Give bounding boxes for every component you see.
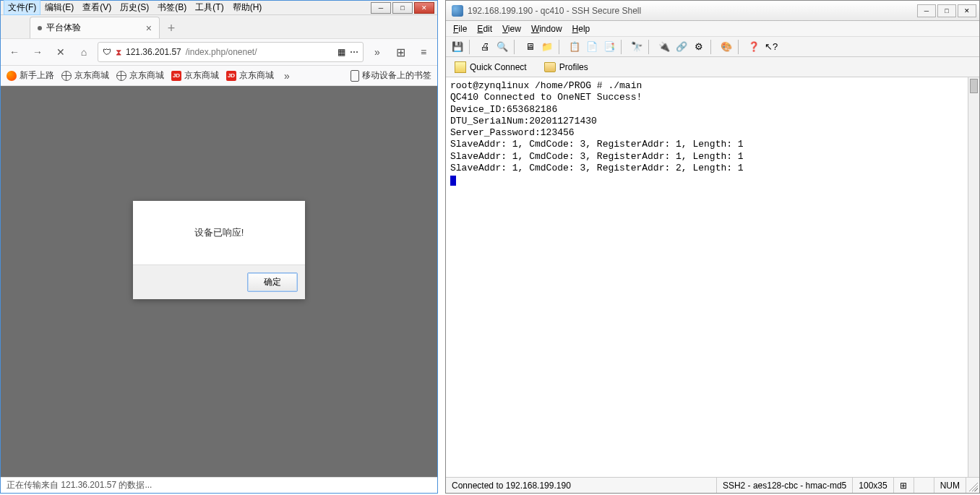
close-button[interactable]: ✕ [958, 4, 976, 17]
menu-file[interactable]: 文件(F) [4, 0, 40, 15]
menu-view[interactable]: View [502, 24, 521, 34]
scrollbar-thumb[interactable] [970, 79, 978, 93]
url-host: 121.36.201.57 [126, 47, 181, 57]
new-terminal-icon[interactable]: 🖥 [523, 40, 537, 54]
ssh-window: 192.168.199.190 - qc410 - SSH Secure She… [445, 0, 980, 494]
minimize-button[interactable]: ─ [371, 2, 391, 14]
maximize-button[interactable]: □ [937, 4, 956, 17]
terminal-cursor [450, 176, 456, 186]
quick-connect-icon [455, 61, 466, 73]
browser-tab[interactable]: 平台体验 × [30, 17, 160, 38]
back-button[interactable]: ← [5, 43, 24, 61]
quick-connect-button[interactable]: Quick Connect [450, 60, 531, 74]
mobile-icon [351, 70, 359, 82]
ssh-status-bar: Connected to 192.168.199.190 SSH2 - aes1… [446, 477, 979, 493]
tab-title: 平台体验 [46, 22, 81, 34]
bookmarks-bar: 新手上路 京东商城 京东商城 JD京东商城 JD京东商城 » 移动设备上的书签 [1, 66, 437, 86]
jd-icon: JD [171, 71, 181, 81]
tab-close-icon[interactable]: × [146, 22, 152, 34]
bookmark-getting-started[interactable]: 新手上路 [7, 69, 54, 82]
menu-view[interactable]: 查看(V) [78, 0, 116, 15]
status-indicator-1: ⊞ [894, 478, 914, 493]
terminal-scrollbar[interactable] [968, 77, 979, 477]
ssh-toolbar: 💾 🖨 🔍 🖥 📁 📋 📄 📑 🔭 🔌 🔗 ⚙ 🎨 ❓ ↖? [446, 37, 979, 57]
help-icon[interactable]: ❓ [747, 40, 761, 54]
ssh-connect-bar: Quick Connect Profiles [446, 57, 979, 77]
menu-edit[interactable]: Edit [477, 24, 492, 34]
window-controls: ─ □ ✕ [371, 2, 434, 14]
paste-icon[interactable]: 📄 [585, 40, 599, 54]
menu-help[interactable]: Help [572, 24, 590, 34]
stop-button[interactable]: ✕ [51, 43, 70, 61]
globe-icon [116, 71, 126, 81]
bookmark-jd-2[interactable]: 京东商城 [116, 69, 164, 82]
whatsthis-icon[interactable]: ↖? [764, 40, 778, 54]
menu-window[interactable]: Window [531, 24, 562, 34]
mobile-bookmarks[interactable]: 移动设备上的书签 [351, 69, 431, 82]
preview-icon[interactable]: 🔍 [495, 40, 510, 54]
bookmark-label: 京东商城 [239, 69, 274, 82]
bookmark-label: 新手上路 [20, 69, 54, 82]
menu-history[interactable]: 历史(S) [116, 0, 153, 15]
ssh-window-controls: ─ □ ✕ [917, 4, 976, 17]
globe-icon [61, 71, 72, 81]
firefox-icon [7, 71, 17, 81]
forward-button[interactable]: → [28, 43, 47, 61]
maximize-button[interactable]: □ [392, 2, 413, 14]
close-button[interactable]: ✕ [414, 2, 434, 14]
tab-strip: 平台体验 × + [1, 15, 437, 38]
new-file-transfer-icon[interactable]: 📁 [540, 40, 554, 54]
bookmark-label: 京东商城 [129, 69, 164, 82]
library-icon[interactable]: ⊞ [391, 43, 410, 61]
terminal[interactable]: root@zynqlinux /home/PROG # ./main QC410… [446, 77, 979, 477]
menu-bookmarks[interactable]: 书签(B) [153, 0, 191, 15]
status-indicator-2 [914, 478, 934, 493]
jd-icon: JD [226, 71, 236, 81]
app-menu-button[interactable]: ≡ [414, 43, 433, 61]
ssh-menubar: File Edit View Window Help [446, 21, 979, 37]
bookmark-jd-3[interactable]: JD京东商城 [171, 69, 219, 82]
minimize-button[interactable]: ─ [917, 4, 936, 17]
print-icon[interactable]: 🖨 [478, 40, 492, 54]
settings-icon[interactable]: ⚙ [692, 40, 706, 54]
alert-dialog: 设备已响应! 确定 [133, 201, 305, 299]
disconnect-icon[interactable]: 🔌 [657, 40, 671, 54]
menu-file[interactable]: File [453, 24, 467, 34]
profiles-label: Profiles [559, 62, 588, 72]
bookmark-jd-1[interactable]: 京东商城 [61, 69, 109, 82]
ssh-title-text: 192.168.199.190 - qc410 - SSH Secure She… [468, 6, 641, 16]
find-icon[interactable]: 🔭 [629, 40, 644, 54]
profiles-button[interactable]: Profiles [540, 61, 593, 74]
more-icon[interactable]: ⋯ [350, 47, 358, 57]
url-toolbar: ← → ✕ ⌂ 🛡 ⧗ 121.36.201.57/index.php/onen… [1, 38, 437, 66]
tab-loading-icon [38, 26, 42, 30]
shield-icon: 🛡 [103, 47, 111, 57]
bookmark-label: 移动设备上的书签 [362, 69, 431, 82]
menu-edit[interactable]: 编辑(E) [40, 0, 78, 15]
colors-icon[interactable]: 🎨 [719, 40, 734, 54]
overflow-chevron-icon[interactable]: » [368, 43, 387, 61]
reader-icon[interactable]: ▦ [338, 47, 345, 57]
firefox-menubar: 文件(F) 编辑(E) 查看(V) 历史(S) 书签(B) 工具(T) 帮助(H… [1, 1, 437, 15]
copy-icon[interactable]: 📋 [567, 40, 582, 54]
ssh-app-icon [452, 5, 463, 17]
menu-help[interactable]: 帮助(H) [228, 0, 267, 15]
menu-tools[interactable]: 工具(T) [191, 0, 228, 15]
status-connection: Connected to 192.168.199.190 [446, 478, 717, 493]
resize-grip[interactable] [966, 480, 978, 491]
connect-icon[interactable]: 🔗 [674, 40, 689, 54]
status-size: 100x35 [853, 478, 893, 493]
dialog-ok-button[interactable]: 确定 [247, 272, 298, 292]
insecure-icon: ⧗ [116, 47, 121, 57]
clipboard-icon[interactable]: 📑 [602, 40, 616, 54]
bookmark-jd-4[interactable]: JD京东商城 [226, 69, 274, 82]
status-protocol: SSH2 - aes128-cbc - hmac-md5 [717, 478, 853, 493]
save-icon[interactable]: 💾 [450, 40, 465, 54]
firefox-window: 文件(F) 编辑(E) 查看(V) 历史(S) 书签(B) 工具(T) 帮助(H… [0, 0, 438, 494]
dialog-message: 设备已响应! [133, 201, 305, 264]
home-button[interactable]: ⌂ [74, 43, 93, 61]
new-tab-button[interactable]: + [161, 18, 181, 38]
bookmarks-overflow-icon[interactable]: » [284, 70, 290, 82]
url-input[interactable]: 🛡 ⧗ 121.36.201.57/index.php/onenet/ ▦ ⋯ [98, 42, 364, 62]
ssh-titlebar: 192.168.199.190 - qc410 - SSH Secure She… [446, 1, 979, 21]
